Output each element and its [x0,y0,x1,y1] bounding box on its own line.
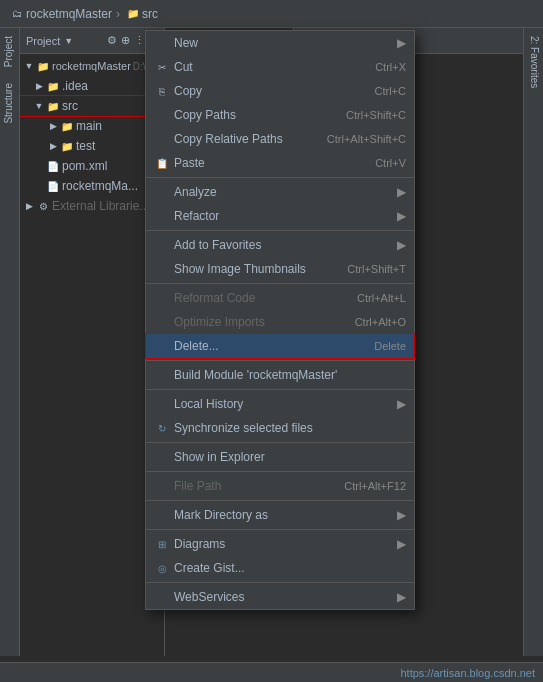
copy-icon: ⎘ [154,83,170,99]
main-label: main [76,119,102,133]
idea-folder-icon: 📁 [46,79,60,93]
fav-arrow-icon: ▶ [397,238,406,252]
build-module-label: Build Module 'rocketmqMaster' [174,368,406,382]
menu-item-show-thumbnails[interactable]: Show Image Thumbnails Ctrl+Shift+T [146,257,414,281]
root-arrow-icon: ▼ [24,61,34,71]
optimize-shortcut: Ctrl+Alt+O [355,316,406,328]
tree-item-external-libs[interactable]: ▶ ⚙ External Librarie... [20,196,164,216]
menu-item-analyze[interactable]: Analyze ▶ [146,180,414,204]
menu-item-synchronize[interactable]: ↻ Synchronize selected files [146,416,414,440]
menu-item-mark-directory[interactable]: Mark Directory as ▶ [146,503,414,527]
diagram-icon: ⊞ [154,536,170,552]
copy-shortcut: Ctrl+C [375,85,406,97]
paste-icon: 📋 [154,155,170,171]
tree-item-rocketmq-iml[interactable]: 📄 rocketmqMa... [20,176,164,196]
settings-icon[interactable]: ⋮ [134,34,145,47]
file-path-label: File Path [174,479,324,493]
lh-arrow-icon: ▶ [397,397,406,411]
separator-2 [146,230,414,231]
context-menu: New ▶ ✂ Cut Ctrl+X ⎘ Copy Ctrl+C Copy Pa… [145,30,415,610]
analyze-arrow-icon: ▶ [397,185,406,199]
ext-libs-arrow-icon: ▶ [24,201,34,211]
tree-item-main[interactable]: ▶ 📁 main [20,116,164,136]
tree-item-root[interactable]: ▼ 📁 rocketmqMaster D:\IdeaProjects\rocke… [20,56,164,76]
diagrams-label: Diagrams [174,537,393,551]
menu-item-copy-relative[interactable]: Copy Relative Paths Ctrl+Alt+Shift+C [146,127,414,151]
menu-item-reformat: Reformat Code Ctrl+Alt+L [146,286,414,310]
menu-item-show-explorer[interactable]: Show in Explorer [146,445,414,469]
create-gist-label: Create Gist... [174,561,406,575]
show-explorer-label: Show in Explorer [174,450,406,464]
src-folder-icon: 📁 [46,99,60,113]
title-bar: 🗂 rocketmqMaster › 📁 src [0,0,543,28]
main-arrow-icon: ▶ [48,121,58,131]
menu-item-cut[interactable]: ✂ Cut Ctrl+X [146,55,414,79]
paste-shortcut: Ctrl+V [375,157,406,169]
optimize-label: Optimize Imports [174,315,335,329]
gear-icon[interactable]: ⚙ [107,34,117,47]
ws-arrow-icon: ▶ [397,590,406,604]
refactor-arrow-icon: ▶ [397,209,406,223]
new-label: New [174,36,393,50]
menu-item-add-favorites[interactable]: Add to Favorites ▶ [146,233,414,257]
separator-9 [146,529,414,530]
title-src-label: src [142,7,158,21]
menu-item-paste[interactable]: 📋 Paste Ctrl+V [146,151,414,175]
refactor-label: Refactor [174,209,393,223]
menu-item-new[interactable]: New ▶ [146,31,414,55]
reformat-label: Reformat Code [174,291,337,305]
bottom-bar: https://artisan.blog.csdn.net [0,662,543,682]
add-icon[interactable]: ⊕ [121,34,130,47]
copy-relative-shortcut: Ctrl+Alt+Shift+C [327,133,406,145]
separator-10 [146,582,414,583]
iml-file-icon: 📄 [46,179,60,193]
menu-item-refactor[interactable]: Refactor ▶ [146,204,414,228]
analyze-label: Analyze [174,185,393,199]
sidebar-item-structure[interactable]: Structure [0,75,19,132]
thumbnails-shortcut: Ctrl+Shift+T [347,263,406,275]
menu-item-diagrams[interactable]: ⊞ Diagrams ▶ [146,532,414,556]
bottom-url: https://artisan.blog.csdn.net [400,667,535,679]
menu-item-create-gist[interactable]: ◎ Create Gist... [146,556,414,580]
filepath-shortcut: Ctrl+Alt+F12 [344,480,406,492]
delete-shortcut: Delete [374,340,406,352]
src-label: src [62,99,78,113]
tree-item-test[interactable]: ▶ 📁 test [20,136,164,156]
menu-item-copy-paths[interactable]: Copy Paths Ctrl+Shift+C [146,103,414,127]
panel-header: Project ▼ ⚙ ⊕ ⋮ ↻ [20,28,164,54]
menu-item-build-module[interactable]: Build Module 'rocketmqMaster' [146,363,414,387]
mark-directory-label: Mark Directory as [174,508,393,522]
idea-arrow-icon: ▶ [34,81,44,91]
copy-paths-shortcut: Ctrl+Shift+C [346,109,406,121]
tree-item-pom[interactable]: 📄 pom.xml [20,156,164,176]
webservices-label: WebServices [174,590,393,604]
menu-item-delete[interactable]: Delete... Delete [146,334,414,358]
cut-label: Cut [174,60,355,74]
menu-item-copy[interactable]: ⎘ Copy Ctrl+C [146,79,414,103]
file-tree: ▼ 📁 rocketmqMaster D:\IdeaProjects\rocke… [20,54,164,218]
ext-libs-label: External Librarie... [52,199,149,213]
separator-5 [146,389,414,390]
scissors-icon: ✂ [154,59,170,75]
test-arrow-icon: ▶ [48,141,58,151]
project-dropdown-label[interactable]: Project [26,35,60,47]
add-favorites-label: Add to Favorites [174,238,393,252]
dropdown-arrow-icon[interactable]: ▼ [64,36,73,46]
iml-label: rocketmqMa... [62,179,138,193]
right-side-tabs: 2: Favorites [523,28,543,656]
tree-item-src[interactable]: ▼ 📁 src [20,96,164,116]
test-label: test [76,139,95,153]
diagrams-arrow-icon: ▶ [397,537,406,551]
menu-item-optimize: Optimize Imports Ctrl+Alt+O [146,310,414,334]
copy-relative-label: Copy Relative Paths [174,132,307,146]
separator-8 [146,500,414,501]
menu-item-webservices[interactable]: WebServices ▶ [146,585,414,609]
sidebar-item-favorites[interactable]: 2: Favorites [524,28,543,96]
tree-item-idea[interactable]: ▶ 📁 .idea [20,76,164,96]
idea-label: .idea [62,79,88,93]
copy-label: Copy [174,84,355,98]
sidebar-item-project[interactable]: Project [0,28,19,75]
menu-item-local-history[interactable]: Local History ▶ [146,392,414,416]
title-project-name: rocketmqMaster [26,7,112,21]
separator-6 [146,442,414,443]
